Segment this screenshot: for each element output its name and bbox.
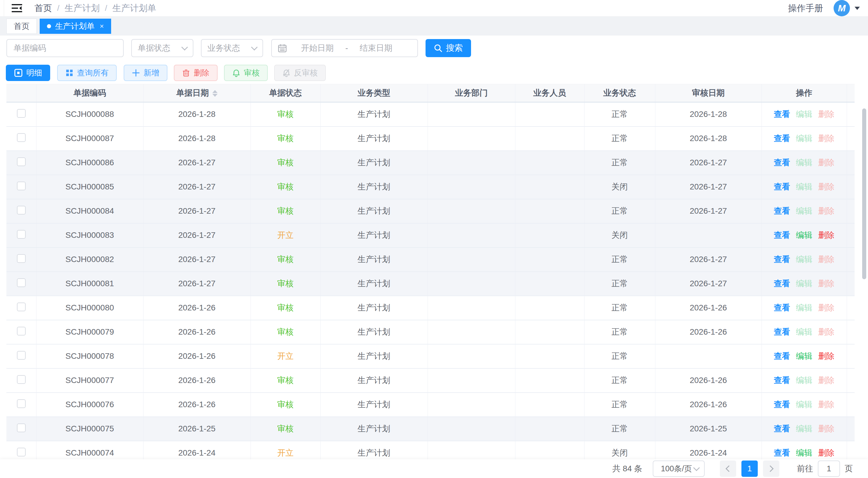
cell-doc-date: 2026-1-28 (143, 102, 251, 127)
cell-audit-date: 2026-1-28 (655, 102, 762, 127)
cell-biz-person (515, 392, 584, 417)
view-link[interactable]: 查看 (774, 110, 790, 118)
row-checkbox[interactable] (17, 158, 26, 166)
view-link[interactable]: 查看 (774, 134, 790, 143)
row-gutter-cell (847, 320, 855, 344)
cell-biz-dept (428, 368, 515, 392)
unaudit-button[interactable]: 反审核 (274, 65, 326, 81)
cell-biz-type: 生产计划 (320, 199, 428, 223)
edit-link: 编辑 (796, 158, 812, 167)
row-checkbox[interactable] (17, 278, 26, 287)
tab-label: 首页 (14, 21, 29, 32)
cell-doc-status: 审核 (251, 272, 320, 296)
delete-button[interactable]: 删除 (174, 65, 218, 81)
end-date-input[interactable] (350, 43, 402, 53)
row-checkbox[interactable] (17, 423, 26, 432)
delete-link[interactable]: 删除 (818, 351, 834, 361)
edit-link[interactable]: 编辑 (796, 351, 812, 361)
row-checkbox[interactable] (17, 351, 26, 360)
row-checkbox[interactable] (17, 327, 26, 336)
tab-首页[interactable]: 首页 (6, 19, 37, 34)
search-button[interactable]: 搜索 (426, 39, 471, 57)
cell-doc-status-text: 开立 (277, 351, 294, 361)
view-link[interactable]: 查看 (774, 303, 790, 312)
delete-link: 删除 (818, 400, 834, 409)
cell-doc-status-text: 审核 (277, 158, 294, 167)
page-size-select[interactable]: 100条/页 (653, 460, 705, 477)
goto-page-input[interactable] (818, 460, 840, 477)
view-link[interactable]: 查看 (774, 182, 790, 191)
tab-生产计划单[interactable]: 生产计划单× (40, 19, 111, 34)
close-icon[interactable]: × (100, 22, 104, 30)
table-row: SCJH0000852026-1-27审核生产计划关闭2026-1-27查看编辑… (6, 175, 855, 199)
query-all-button[interactable]: 查询所有 (57, 65, 117, 81)
avatar[interactable]: M (834, 0, 850, 16)
view-link[interactable]: 查看 (774, 351, 790, 361)
audit-button[interactable]: 审核 (224, 65, 268, 81)
view-link[interactable]: 查看 (774, 206, 790, 215)
view-link[interactable]: 查看 (774, 255, 790, 264)
table-row: SCJH0000872026-1-28审核生产计划正常2026-1-28查看编辑… (6, 127, 855, 151)
view-link[interactable]: 查看 (774, 158, 790, 167)
doc-status-select[interactable]: 单据状态 (131, 39, 193, 57)
delete-link[interactable]: 删除 (818, 448, 834, 457)
cell-doc-status-text: 审核 (277, 376, 294, 385)
delete-link[interactable]: 删除 (818, 231, 834, 240)
chevron-down-icon (181, 44, 188, 51)
breadcrumb-separator: / (105, 3, 107, 13)
cell-audit-date: 2026-1-26 (655, 368, 762, 392)
cell-actions: 查看编辑删除 (762, 368, 847, 392)
row-checkbox[interactable] (17, 206, 26, 214)
cell-audit-date (655, 344, 762, 368)
cell-biz-person (515, 417, 584, 441)
view-link[interactable]: 查看 (774, 400, 790, 409)
cell-biz-type: 生产计划 (320, 320, 428, 344)
edit-link[interactable]: 编辑 (796, 448, 812, 457)
biz-status-select[interactable]: 业务状态 (201, 39, 263, 57)
code-input[interactable] (6, 39, 124, 57)
cell-doc-status: 开立 (251, 344, 320, 368)
view-link[interactable]: 查看 (774, 327, 790, 336)
view-link[interactable]: 查看 (774, 279, 790, 288)
row-checkbox[interactable] (17, 133, 26, 142)
page-number-button[interactable]: 1 (741, 460, 758, 477)
view-link[interactable]: 查看 (774, 448, 790, 457)
row-checkbox[interactable] (17, 254, 26, 263)
row-checkbox[interactable] (17, 399, 26, 408)
manual-link[interactable]: 操作手册 (788, 2, 823, 14)
cell-biz-status: 关闭 (584, 441, 655, 459)
add-button[interactable]: 新增 (124, 65, 167, 81)
edit-link[interactable]: 编辑 (796, 231, 812, 240)
row-checkbox[interactable] (17, 448, 26, 456)
cell-biz-person (515, 296, 584, 320)
prev-page-button[interactable] (720, 460, 736, 477)
detail-icon (14, 68, 23, 77)
view-link[interactable]: 查看 (774, 376, 790, 385)
cell-biz-status: 正常 (584, 247, 655, 272)
chevron-down-icon[interactable] (855, 7, 860, 10)
row-checkbox[interactable] (17, 375, 26, 384)
cell-actions: 查看编辑删除 (762, 223, 847, 247)
data-table: 单据编码单据日期单据状态业务类型业务部门业务人员业务状态审核日期操作 SCJH0… (6, 84, 855, 459)
view-link[interactable]: 查看 (774, 424, 790, 433)
cell-doc-status-text: 审核 (277, 134, 294, 143)
row-checkbox[interactable] (17, 230, 26, 239)
next-page-button[interactable] (763, 460, 779, 477)
sort-icon[interactable] (212, 90, 218, 97)
column-header-单据日期[interactable]: 单据日期 (143, 84, 251, 102)
cell-biz-status: 正常 (584, 102, 655, 127)
cell-doc-code: SCJH000075 (36, 417, 143, 441)
column-header-操作: 操作 (762, 84, 847, 102)
menu-fold-icon[interactable] (10, 2, 23, 14)
view-link[interactable]: 查看 (774, 231, 790, 240)
breadcrumb-item[interactable]: 首页 (34, 2, 52, 14)
row-gutter-cell (847, 272, 855, 296)
date-range-picker[interactable]: - (271, 39, 418, 57)
row-checkbox[interactable] (17, 109, 26, 118)
detail-button[interactable]: 明细 (6, 65, 50, 81)
vertical-scrollbar-thumb[interactable] (862, 108, 866, 279)
cell-biz-type: 生产计划 (320, 175, 428, 199)
row-checkbox[interactable] (17, 303, 26, 311)
start-date-input[interactable] (291, 43, 344, 53)
row-checkbox[interactable] (17, 181, 26, 190)
